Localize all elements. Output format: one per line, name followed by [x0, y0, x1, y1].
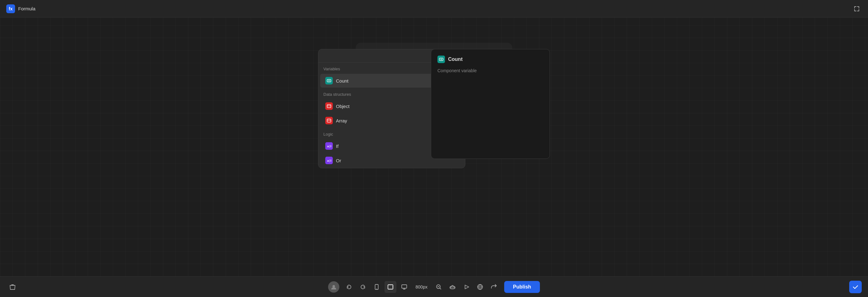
check-button[interactable]: [849, 281, 862, 293]
detail-panel: Count Component variable: [431, 49, 550, 159]
svg-point-13: [450, 287, 455, 289]
top-bar: fx Formula: [0, 0, 868, 18]
svg-rect-11: [402, 285, 407, 288]
svg-point-10: [392, 287, 393, 287]
svg-point-6: [333, 285, 335, 288]
menu-item-array-label: Array: [336, 118, 347, 124]
top-bar-right: [852, 4, 862, 14]
globe-button[interactable]: [474, 281, 486, 293]
mobile-view-button[interactable]: [371, 281, 382, 293]
zoom-out-button[interactable]: [433, 281, 445, 293]
menu-item-or-label: Or: [336, 158, 341, 163]
publish-button[interactable]: Publish: [504, 281, 540, 293]
app-logo-area: fx Formula: [6, 4, 35, 13]
app-icon: fx: [6, 4, 15, 13]
logic-icon-or: a|b: [325, 157, 333, 164]
size-label: 800px: [412, 285, 431, 290]
svg-rect-1: [327, 105, 331, 108]
bottom-toolbar: 800px Publish: [0, 276, 868, 297]
detail-description: Component variable: [437, 68, 544, 74]
app-icon-label: fx: [9, 6, 12, 11]
svg-rect-9: [388, 285, 393, 289]
trash-button[interactable]: [6, 281, 19, 293]
user-avatar[interactable]: [328, 281, 339, 293]
tablet-view-button[interactable]: [384, 281, 396, 293]
menu-item-count-label: Count: [336, 78, 348, 83]
detail-title: Count: [448, 56, 463, 62]
data-icon-object: [325, 102, 333, 110]
rotate-left-button[interactable]: [343, 281, 355, 293]
svg-point-8: [376, 289, 377, 289]
share-button[interactable]: [488, 281, 500, 293]
canvas-area: Variables Count Data structures Object: [0, 18, 868, 276]
menu-item-if-label: If: [336, 143, 338, 149]
menu-item-object-label: Object: [336, 104, 349, 109]
variable-icon-count: [325, 77, 333, 84]
desktop-view-button[interactable]: [398, 281, 410, 293]
detail-header: Count: [437, 56, 544, 63]
svg-text:a|b: a|b: [327, 159, 331, 162]
expand-icon[interactable]: [852, 4, 862, 14]
play-button[interactable]: [460, 281, 472, 293]
data-icon-array: [325, 117, 333, 124]
hat-icon-button[interactable]: [446, 281, 459, 293]
svg-rect-2: [327, 119, 331, 122]
app-title: Formula: [18, 6, 35, 11]
detail-icon: [437, 56, 445, 63]
rotate-right-button[interactable]: [357, 281, 369, 293]
logic-icon-if: a|b: [325, 142, 333, 150]
svg-text:a|b: a|b: [327, 145, 331, 148]
